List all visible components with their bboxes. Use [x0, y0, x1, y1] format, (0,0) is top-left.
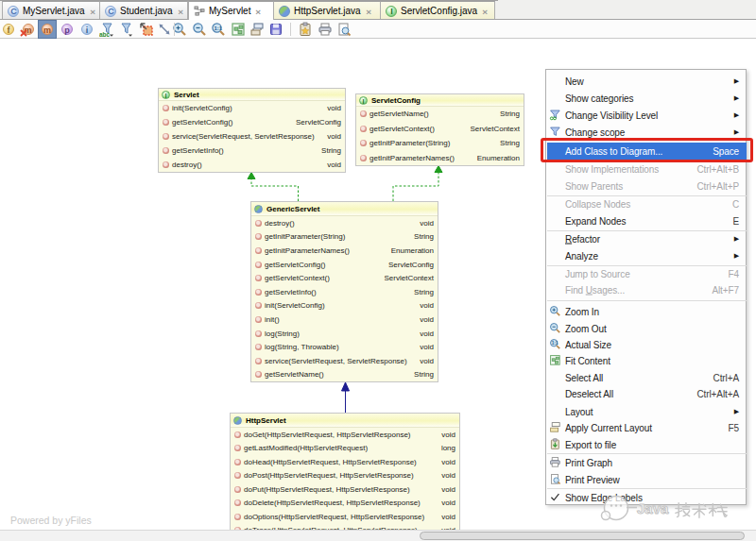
svg-text:1:1: 1:1: [552, 341, 558, 346]
svg-text:abc: abc: [99, 31, 111, 38]
svg-text:1:1: 1:1: [215, 25, 223, 31]
